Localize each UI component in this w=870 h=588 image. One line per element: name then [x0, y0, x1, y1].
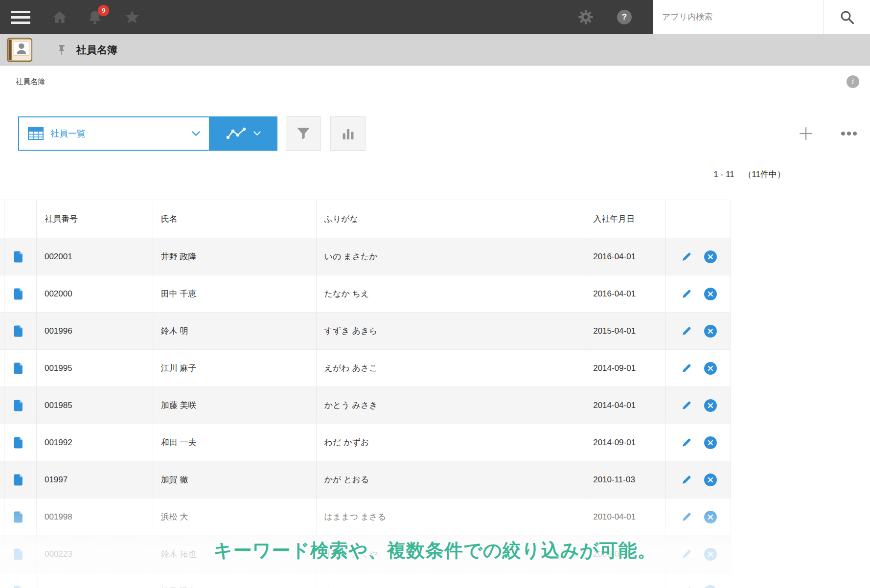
edit-record-button[interactable]	[681, 288, 692, 300]
pagination-total: （11件中）	[743, 170, 785, 179]
app-search-input[interactable]	[653, 0, 823, 34]
edit-record-button[interactable]	[681, 511, 692, 523]
chevron-down-icon	[192, 131, 200, 136]
record-icon[interactable]	[13, 511, 23, 523]
cell-furigana: かとう みさき	[316, 387, 585, 424]
edit-record-button[interactable]	[681, 474, 692, 486]
home-icon	[52, 10, 68, 24]
column-header-hire-date[interactable]: 入社年月日	[585, 200, 665, 238]
delete-record-button[interactable]	[704, 325, 717, 338]
help-icon: ?	[622, 12, 627, 22]
record-icon[interactable]	[13, 474, 23, 486]
favorites-button[interactable]	[124, 10, 140, 24]
close-icon	[708, 365, 713, 371]
help-button[interactable]: ?	[617, 10, 632, 24]
breadcrumb[interactable]: 社員名簿	[16, 77, 45, 87]
edit-record-button[interactable]	[681, 325, 692, 337]
delete-record-button[interactable]	[704, 436, 717, 449]
edit-record-button[interactable]	[681, 362, 692, 374]
delete-record-button[interactable]	[704, 585, 717, 588]
delete-record-button[interactable]	[704, 362, 717, 375]
pin-button[interactable]	[57, 44, 67, 56]
settings-button[interactable]	[578, 9, 594, 25]
plus-icon	[798, 126, 814, 141]
record-icon[interactable]	[13, 585, 23, 588]
cell-hire-date: 2016-04-01	[585, 275, 665, 312]
app-icon[interactable]	[6, 36, 33, 64]
more-options-button[interactable]	[841, 131, 857, 136]
pencil-icon	[681, 400, 692, 411]
cell-employee-number: 000112	[36, 573, 153, 588]
table-row: 001985 加藤 美咲 かとう みさき 2014-04-01	[0, 387, 731, 424]
home-button[interactable]	[52, 10, 68, 24]
column-header-actions	[665, 200, 731, 238]
pencil-icon	[681, 362, 692, 374]
document-icon	[13, 288, 23, 300]
cell-name: 加藤 美咲	[153, 387, 316, 424]
close-icon	[708, 440, 713, 446]
cell-name: 松田 環奈	[153, 573, 316, 588]
table-row: 001995 江川 麻子 えがわ あさこ 2014-09-01	[0, 350, 731, 387]
edit-record-button[interactable]	[681, 400, 692, 411]
column-header-name[interactable]: 氏名	[153, 200, 316, 238]
hamburger-menu-button[interactable]	[11, 8, 30, 27]
record-icon[interactable]	[13, 325, 23, 338]
table-row: 001996 鈴木 明 すずき あきら 2015-04-01	[0, 313, 731, 350]
record-icon[interactable]	[13, 288, 23, 300]
delete-record-button[interactable]	[704, 288, 717, 300]
cell-name: 和田 一夫	[153, 424, 316, 461]
document-icon	[13, 474, 23, 486]
cell-name: 加賀 徹	[153, 461, 316, 498]
record-icon[interactable]	[13, 436, 23, 449]
cell-name: 浜松 大	[153, 498, 316, 535]
edit-record-button[interactable]	[681, 586, 692, 588]
delete-record-button[interactable]	[704, 511, 717, 523]
cell-employee-number: 002001	[36, 238, 153, 275]
cell-employee-number: 001995	[36, 350, 153, 386]
cell-hire-date: 2014-09-01	[585, 424, 665, 461]
cell-hire-date: 2010-04-01	[585, 498, 665, 535]
edit-record-button[interactable]	[681, 437, 692, 449]
add-record-button[interactable]	[798, 126, 814, 141]
graph-view-button[interactable]	[209, 116, 277, 151]
delete-record-button[interactable]	[704, 250, 717, 263]
view-selector-dropdown[interactable]: 社員一覧	[18, 116, 209, 151]
record-icon[interactable]	[13, 399, 23, 412]
notifications-button[interactable]: 9	[87, 10, 103, 24]
document-icon	[13, 250, 23, 263]
chart-button[interactable]	[330, 116, 366, 151]
cell-furigana: かが とおる	[316, 461, 585, 498]
kintone-app-page: 9 ?	[0, 0, 870, 588]
column-header-employee-number[interactable]: 社員番号	[36, 200, 153, 238]
pencil-icon	[681, 251, 692, 263]
delete-record-button[interactable]	[704, 399, 717, 412]
cell-employee-number: 01997	[36, 461, 153, 498]
filter-button[interactable]	[286, 116, 321, 151]
search-icon	[840, 10, 854, 24]
column-header-icon	[0, 200, 36, 238]
delete-record-button[interactable]	[704, 474, 717, 486]
video-caption: キーワード検索や、複数条件での絞り込みが可能。	[0, 538, 870, 563]
document-icon	[13, 511, 23, 523]
search-button[interactable]	[823, 0, 870, 34]
cell-hire-date: 2014-09-01	[585, 350, 665, 386]
cell-name: 田中 千恵	[153, 275, 316, 312]
cell-name: 井野 政隆	[153, 238, 316, 275]
pencil-icon	[681, 586, 692, 588]
funnel-icon	[296, 127, 311, 140]
record-icon[interactable]	[13, 362, 23, 375]
document-icon	[13, 436, 23, 449]
column-header-furigana[interactable]: ふりがな	[316, 200, 585, 238]
record-icon[interactable]	[13, 250, 23, 263]
table-view-icon	[28, 127, 44, 140]
app-header: 社員名簿	[0, 34, 870, 66]
table-row: 002001 井野 政隆 いの まさたか 2016-04-01	[0, 238, 731, 275]
gear-icon	[578, 9, 594, 25]
cell-hire-date: 2008-04-01	[585, 573, 665, 588]
info-button[interactable]: i	[847, 75, 859, 88]
edit-record-button[interactable]	[681, 251, 692, 263]
cell-furigana: まつだ かんな	[316, 573, 585, 588]
table-body: 002001 井野 政隆 いの まさたか 2016-04-01	[0, 238, 731, 588]
cell-hire-date: 2015-04-01	[585, 313, 665, 349]
breadcrumb-row: 社員名簿 i	[0, 66, 870, 98]
